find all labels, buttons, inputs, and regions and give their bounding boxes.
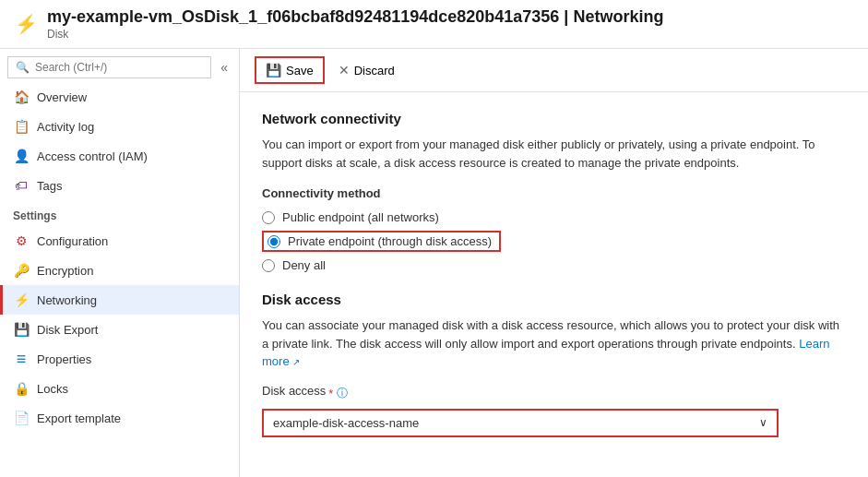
connectivity-label: Connectivity method (262, 186, 846, 200)
network-description: You can import or export from your manag… (262, 136, 846, 172)
sidebar-item-activity-log[interactable]: 📋 Activity log (0, 112, 239, 141)
external-link-icon: ↗ (292, 357, 300, 367)
encryption-icon: 🔑 (13, 262, 30, 279)
sidebar-item-properties[interactable]: ≡ Properties (0, 344, 239, 374)
disk-access-title: Disk access (262, 292, 846, 307)
access-control-icon: 👤 (13, 148, 30, 164)
disk-access-dropdown[interactable]: example-disk-access-name ∨ (262, 409, 779, 437)
page-header: ⚡ my-example-vm_OsDisk_1_f06bcbaf8d92481… (0, 0, 868, 49)
discard-button[interactable]: ✕ Discard (328, 57, 405, 83)
networking-icon: ⚡ (13, 292, 30, 308)
disk-access-section: Disk access You can associate your manag… (262, 292, 846, 437)
overview-icon: 🏠 (13, 89, 30, 105)
sidebar-item-networking[interactable]: ⚡ Networking (0, 285, 239, 315)
sidebar: 🔍 « 🏠 Overview 📋 Activity log 👤 Access c… (0, 49, 240, 477)
disk-icon: ⚡ (15, 13, 38, 35)
radio-private-label: Private endpoint (through disk access) (288, 234, 492, 248)
page-title: my-example-vm_OsDisk_1_f06bcbaf8d9248119… (47, 7, 663, 27)
sidebar-item-disk-export[interactable]: 💾 Disk Export (0, 315, 239, 344)
required-marker: * (328, 387, 333, 400)
discard-icon: ✕ (339, 63, 350, 78)
radio-deny-label: Deny all (282, 258, 326, 272)
sidebar-item-overview[interactable]: 🏠 Overview (0, 82, 239, 112)
radio-deny[interactable]: Deny all (262, 256, 846, 275)
sidebar-item-locks[interactable]: 🔒 Locks (0, 374, 239, 403)
dropdown-value: example-disk-access-name (273, 416, 419, 430)
body-container: 🔍 « 🏠 Overview 📋 Activity log 👤 Access c… (0, 49, 868, 477)
toolbar: 💾 Save ✕ Discard (240, 49, 868, 92)
search-icon: 🔍 (16, 61, 30, 74)
locks-icon: 🔒 (13, 380, 30, 397)
sidebar-item-access-control[interactable]: 👤 Access control (IAM) (0, 141, 239, 171)
info-icon[interactable]: ⓘ (337, 386, 348, 401)
dropdown-arrow-icon: ∨ (759, 416, 767, 429)
sidebar-item-label: Overview (37, 90, 87, 104)
sidebar-item-label: Encryption (37, 264, 93, 278)
export-template-icon: 📄 (13, 410, 30, 426)
main-content: 💾 Save ✕ Discard Network connectivity Yo… (240, 49, 868, 477)
sidebar-item-export-template[interactable]: 📄 Export template (0, 403, 239, 433)
sidebar-item-label: Tags (37, 179, 62, 193)
network-section-title: Network connectivity (262, 111, 846, 126)
sidebar-item-tags[interactable]: 🏷 Tags (0, 171, 239, 200)
radio-public-label: Public endpoint (all networks) (282, 210, 439, 224)
activity-log-icon: 📋 (13, 118, 30, 135)
sidebar-item-label: Configuration (37, 234, 108, 248)
disk-export-icon: 💾 (13, 321, 30, 338)
sidebar-item-label: Disk Export (37, 323, 98, 337)
sidebar-item-label: Locks (37, 382, 68, 396)
collapse-button[interactable]: « (217, 60, 232, 75)
content-area: Network connectivity You can import or e… (240, 92, 868, 456)
radio-public[interactable]: Public endpoint (all networks) (262, 208, 846, 227)
sidebar-item-encryption[interactable]: 🔑 Encryption (0, 256, 239, 285)
disk-access-description: You can associate your managed disk with… (262, 316, 846, 371)
network-section: Network connectivity You can import or e… (262, 111, 846, 275)
save-icon: 💾 (266, 63, 281, 78)
sidebar-item-configuration[interactable]: ⚙ Configuration (0, 226, 239, 256)
sidebar-item-label: Networking (37, 293, 97, 307)
radio-private-input[interactable] (268, 235, 280, 248)
sidebar-item-label: Access control (IAM) (37, 149, 148, 163)
disk-access-field-label: Disk access (262, 384, 326, 398)
sidebar-item-label: Export template (37, 411, 121, 425)
radio-private-highlighted[interactable]: Private endpoint (through disk access) (262, 231, 501, 252)
properties-icon: ≡ (13, 351, 30, 367)
configuration-icon: ⚙ (13, 233, 30, 249)
sidebar-item-label: Activity log (37, 120, 94, 134)
save-button[interactable]: 💾 Save (255, 56, 325, 84)
sidebar-item-label: Properties (37, 352, 91, 366)
page-subtitle: Disk (47, 28, 663, 41)
radio-public-input[interactable] (262, 211, 275, 224)
settings-section-label: Settings (0, 200, 239, 226)
search-input[interactable] (35, 61, 203, 74)
connectivity-radio-group: Public endpoint (all networks) Private e… (262, 208, 846, 275)
radio-deny-input[interactable] (262, 259, 275, 272)
tags-icon: 🏷 (13, 177, 30, 194)
search-box[interactable]: 🔍 (7, 56, 211, 78)
